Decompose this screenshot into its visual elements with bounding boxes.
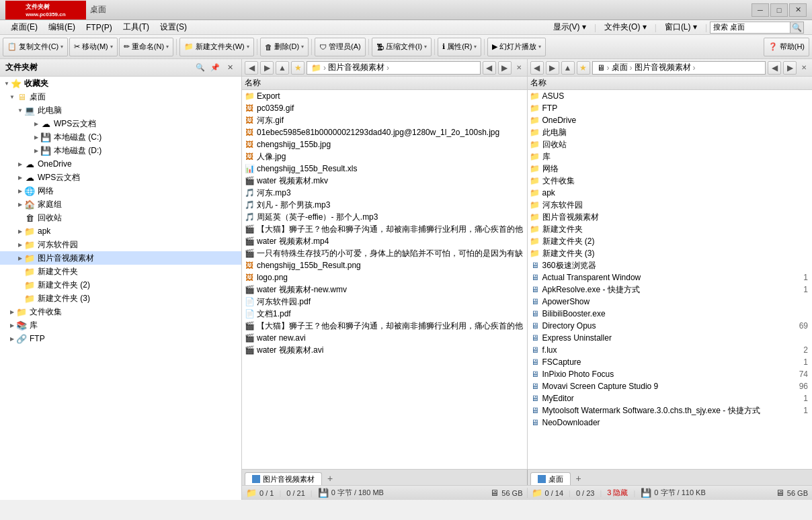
sidebar-item-onedrive[interactable]: ▶ ☁ OneDrive xyxy=(0,157,241,171)
new-folder-button[interactable]: 📁 新建文件夹(W) ▾ xyxy=(179,38,254,56)
list-item[interactable]: 📁 Export xyxy=(242,90,527,102)
delete-button[interactable]: 🗑 删除(D) ▾ xyxy=(260,38,309,56)
list-item[interactable]: 📁 库 xyxy=(528,150,813,163)
right-tab-desktop[interactable]: 桌面 xyxy=(530,472,571,486)
right-pane-close[interactable]: ✕ xyxy=(799,62,809,73)
rename-button[interactable]: ✏ 重命名(N) ▾ xyxy=(119,38,173,56)
left-up-button[interactable]: ▲ xyxy=(276,61,289,75)
list-item[interactable]: 🎵 河东.mp3 xyxy=(242,187,527,199)
sidebar-item-desktop[interactable]: ▼ 🖥 桌面 xyxy=(0,90,241,103)
list-item[interactable]: 📄 文档1.pdf xyxy=(242,308,527,320)
list-item[interactable]: 📄 河东软件园.pdf xyxy=(242,296,527,308)
list-item[interactable]: 🎬 【大猫】狮子王？他会和狮子沟通，却被南非捕狮行业利用，痛心疾首的他 xyxy=(242,223,527,235)
sidebar-item-favorites[interactable]: ▼ ⭐ 收藏夹 xyxy=(0,77,241,90)
sidebar-item-thispc[interactable]: ▼ 💻 此电脑 xyxy=(0,103,241,117)
copy-button[interactable]: 📋 复制文件(C) ▾ xyxy=(3,38,68,56)
sidebar-item-newfolder2[interactable]: 📁 新建文件夹 (2) xyxy=(0,278,241,292)
list-item[interactable]: 🖼 河东.gif xyxy=(242,114,527,126)
list-item[interactable]: 📁 图片音视频素材 xyxy=(528,211,813,223)
list-item[interactable]: 📁 新建文件夹 (2) xyxy=(528,235,813,247)
sidebar-item-newfolder3[interactable]: 📁 新建文件夹 (3) xyxy=(0,292,241,305)
compress-button[interactable]: 🗜 压缩文件(I) ▾ xyxy=(372,38,432,56)
left-path-box[interactable]: 📁 › 图片音视频素材 › xyxy=(307,61,481,75)
list-item[interactable]: 🎵 刘凡 - 那个男孩.mp3 xyxy=(242,199,527,211)
search-button[interactable]: 🔍 xyxy=(790,21,804,34)
left-star-button[interactable]: ★ xyxy=(291,61,304,75)
search-input[interactable] xyxy=(710,21,790,34)
sidebar-pin-icon[interactable]: 📌 xyxy=(209,62,221,74)
left-pane-nav2[interactable]: ▶ xyxy=(498,61,512,75)
list-item[interactable]: 🖥 NeoDownloader xyxy=(528,417,813,429)
list-item[interactable]: 🖥 Express Uninstaller xyxy=(528,332,813,344)
right-forward-button[interactable]: ▶ xyxy=(546,61,559,75)
list-item[interactable]: 📁 新建文件夹 (3) xyxy=(528,247,813,259)
menu-desktop[interactable]: 桌面(E) xyxy=(5,20,43,34)
list-item[interactable]: 🎬 water 视频素材-new.wmv xyxy=(242,284,527,296)
list-item[interactable]: 🖥 Actual Transparent Window 1 xyxy=(528,271,813,284)
sidebar-item-hedong[interactable]: ▶ 📁 河东软件园 xyxy=(0,238,241,251)
list-item[interactable]: 🖼 pc0359.gif xyxy=(242,102,527,114)
list-item[interactable]: 🎬 【大猫】狮子王？他会和狮子沟通，却被南非捕狮行业利用，痛心疾首的他 xyxy=(242,320,527,332)
minimize-button[interactable]: ─ xyxy=(752,3,769,17)
list-item[interactable]: 🖥 Directory Opus 69 xyxy=(528,320,813,332)
left-pane-close[interactable]: ✕ xyxy=(514,62,524,73)
list-item[interactable]: 📊 chengshijg_155b_Result.xls xyxy=(242,163,527,175)
menu-tools[interactable]: 工具(T) xyxy=(118,20,155,34)
list-item[interactable]: 📁 OneDrive xyxy=(528,114,813,126)
list-item[interactable]: 🎬 water 视频素材.mkv xyxy=(242,175,527,187)
properties-button[interactable]: ℹ 属性(R) ▾ xyxy=(438,38,481,56)
sidebar-item-wps2[interactable]: ▶ ☁ WPS云文档 xyxy=(0,171,241,184)
right-col-name-header[interactable]: 名称 xyxy=(528,77,766,89)
sidebar-item-library[interactable]: ▶ 📚 库 xyxy=(0,318,241,332)
close-button[interactable]: ✕ xyxy=(789,3,807,17)
sidebar-item-ftp[interactable]: ▶ 🔗 FTP xyxy=(0,332,241,345)
list-item[interactable]: 🖥 InPixio Photo Focus 74 xyxy=(528,368,813,380)
list-item[interactable]: 🖥 MyEditor 1 xyxy=(528,392,813,404)
sidebar-item-network[interactable]: ▶ 🌐 网络 xyxy=(0,184,241,198)
right-pane-nav1[interactable]: ◀ xyxy=(768,61,781,75)
list-item[interactable]: 🖥 FSCapture 1 xyxy=(528,356,813,368)
right-tab-add[interactable]: + xyxy=(572,472,585,485)
move-button[interactable]: ✂ 移动(M) ▾ xyxy=(69,38,118,56)
list-item[interactable]: 🖥 360极速浏览器 xyxy=(528,259,813,271)
sidebar-item-filecollection[interactable]: ▶ 📁 文件收集 xyxy=(0,305,241,318)
right-path-box[interactable]: 🖥 › 桌面 › 图片音视频素材 › xyxy=(592,61,766,75)
list-item[interactable]: 🖼 01ebec5985e81b00000021293dad40.jpg@128… xyxy=(242,126,527,138)
list-item[interactable]: 📁 回收站 xyxy=(528,138,813,150)
left-col-name-header[interactable]: 名称 xyxy=(242,77,527,89)
sidebar-item-newfolder1[interactable]: 📁 新建文件夹 xyxy=(0,265,241,278)
menu-view[interactable]: 显示(V) ▾ xyxy=(548,20,592,34)
sidebar-item-apk[interactable]: ▶ 📁 apk xyxy=(0,224,241,238)
menu-folder[interactable]: 文件夹(O) ▾ xyxy=(599,20,652,34)
list-item[interactable]: 🎬 一只有特殊生存技巧的小可爱，身体上的缺陷并不可怕，可怕的是因为有缺 xyxy=(242,247,527,259)
sidebar-item-disk-d[interactable]: ▶ 💾 本地磁盘 (D:) xyxy=(0,144,241,157)
left-tab-media[interactable]: 图片音视频素材 xyxy=(245,472,322,486)
menu-ftp[interactable]: FTP(P) xyxy=(81,21,118,34)
list-item[interactable]: 🖥 Mytoolsoft Watermark Software.3.0.chs.… xyxy=(528,404,813,417)
list-item[interactable]: 🖥 f.lux 2 xyxy=(528,344,813,356)
list-item[interactable]: 📁 ASUS xyxy=(528,90,813,102)
right-up-button[interactable]: ▲ xyxy=(561,61,575,75)
slideshow-button[interactable]: ▶ 幻灯片播放 ▾ xyxy=(487,38,546,56)
left-pane-nav1[interactable]: ◀ xyxy=(483,61,496,75)
list-item[interactable]: 🎬 water 视频素材.mp4 xyxy=(242,235,527,247)
list-item[interactable]: 🖥 BilibiliBooster.exe xyxy=(528,308,813,320)
list-item[interactable]: 🖼 logo.png xyxy=(242,271,527,284)
list-item[interactable]: 🎵 周延英（英子-effie）- 那个人.mp3 xyxy=(242,211,527,223)
right-pane-nav2[interactable]: ▶ xyxy=(783,61,797,75)
list-item[interactable]: 📁 河东软件园 xyxy=(528,199,813,211)
list-item[interactable]: 📁 此电脑 xyxy=(528,126,813,138)
menu-window[interactable]: 窗口(L) ▾ xyxy=(659,20,702,34)
sidebar-item-disk-c[interactable]: ▶ 💾 本地磁盘 (C:) xyxy=(0,130,241,144)
sidebar-item-wps-cloud[interactable]: ▶ ☁ WPS云文档 xyxy=(0,117,241,130)
list-item[interactable]: 🖥 ApowerShow xyxy=(528,296,813,308)
sidebar-close-icon[interactable]: ✕ xyxy=(224,62,236,74)
list-item[interactable]: 🖥 Movavi Screen Capture Studio 9 96 xyxy=(528,380,813,392)
menu-edit[interactable]: 编辑(E) xyxy=(43,20,81,34)
admin-button[interactable]: 🛡 管理员(A) xyxy=(315,38,366,56)
menu-settings[interactable]: 设置(S) xyxy=(155,20,192,34)
list-item[interactable]: 📁 apk xyxy=(528,187,813,199)
list-item[interactable]: 🖼 人像.jpg xyxy=(242,150,527,163)
list-item[interactable]: 📁 网络 xyxy=(528,163,813,175)
left-tab-add[interactable]: + xyxy=(323,472,337,485)
